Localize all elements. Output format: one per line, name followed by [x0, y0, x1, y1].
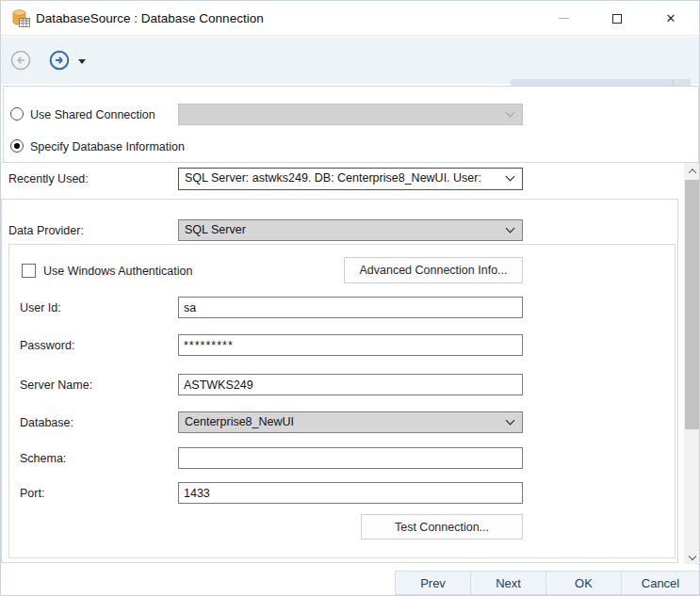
database-connection-dialog: DatabaseSource : Database Connection ✕ E… — [0, 0, 700, 596]
recently-used-label: Recently Used: — [8, 172, 89, 185]
use-shared-connection-label: Use Shared Connection — [30, 108, 155, 121]
server-name-input[interactable] — [178, 374, 523, 395]
database-value: Centerprise8_NewUI — [185, 415, 294, 428]
toolbar: Editing: DatabaseSource — [1, 37, 700, 84]
window-title: DatabaseSource : Database Connection — [36, 1, 264, 36]
specify-database-information-label: Specify Database Information — [30, 140, 185, 153]
vertical-scrollbar[interactable] — [684, 163, 700, 564]
data-provider-value: SQL Server — [185, 223, 246, 236]
scroll-down-icon — [689, 552, 696, 559]
test-connection-button[interactable]: Test Connection... — [361, 514, 523, 540]
user-id-input[interactable] — [178, 297, 523, 318]
next-button[interactable]: Next — [470, 571, 546, 595]
chevron-down-icon — [506, 172, 515, 182]
navigate-forward-button[interactable] — [48, 49, 71, 72]
scroll-down-button[interactable] — [684, 548, 700, 564]
chevron-down-icon — [506, 223, 515, 233]
close-button[interactable]: ✕ — [655, 4, 687, 33]
port-label: Port: — [20, 487, 44, 500]
close-icon: ✕ — [666, 12, 676, 24]
database-table-icon — [10, 8, 30, 28]
data-provider-dropdown[interactable]: SQL Server — [178, 219, 523, 241]
scrollbar-thumb[interactable] — [685, 180, 700, 429]
shared-connection-dropdown — [178, 104, 523, 125]
use-windows-authentication-checkbox[interactable]: ✓ — [22, 264, 36, 278]
forward-arrow-icon — [48, 49, 71, 72]
user-id-label: User Id: — [20, 301, 61, 314]
schema-label: Schema: — [20, 452, 66, 465]
port-input[interactable] — [178, 482, 523, 504]
chevron-down-icon — [506, 415, 515, 425]
radio-use-shared-connection[interactable] — [10, 107, 24, 121]
password-label: Password: — [20, 339, 74, 352]
use-windows-authentication-label: Use Windows Authentication — [43, 265, 192, 278]
back-arrow-icon — [9, 49, 32, 72]
scroll-up-button[interactable] — [684, 163, 700, 179]
prev-button[interactable]: Prev — [395, 571, 471, 595]
credentials-groupbox — [8, 244, 676, 558]
chevron-down-icon — [506, 107, 515, 117]
cancel-button[interactable]: Cancel — [621, 571, 700, 595]
minimize-button[interactable] — [547, 4, 579, 33]
minimize-icon — [559, 18, 569, 19]
maximize-icon — [612, 14, 622, 24]
titlebar: DatabaseSource : Database Connection ✕ — [1, 1, 700, 36]
navigate-back-button[interactable] — [9, 49, 32, 72]
radio-specify-database-information[interactable] — [10, 139, 24, 153]
password-input[interactable] — [178, 334, 523, 356]
scroll-up-icon — [689, 169, 696, 176]
recently-used-dropdown[interactable]: SQL Server: astwks249. DB: Centerprise8_… — [178, 168, 523, 190]
data-provider-label: Data Provider: — [8, 224, 84, 237]
database-dropdown[interactable]: Centerprise8_NewUI — [178, 411, 523, 433]
maximize-button[interactable] — [601, 4, 633, 33]
schema-input[interactable] — [178, 447, 523, 469]
advanced-connection-info-button[interactable]: Advanced Connection Info... — [344, 257, 523, 283]
nav-history-dropdown-icon[interactable] — [78, 59, 86, 64]
server-name-label: Server Name: — [20, 379, 92, 392]
ok-button[interactable]: OK — [545, 571, 622, 595]
recently-used-value: SQL Server: astwks249. DB: Centerprise8_… — [185, 171, 481, 185]
database-label: Database: — [20, 416, 73, 429]
